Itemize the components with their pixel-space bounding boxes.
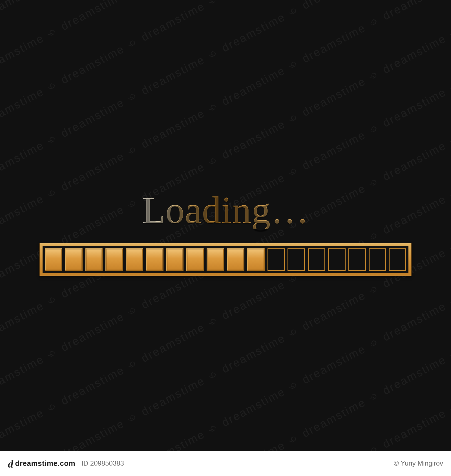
progress-segment-filled <box>105 248 123 271</box>
image-id-label: ID 209850383 <box>81 459 124 467</box>
progress-segment-filled <box>207 248 224 271</box>
watermark-row: ꩜ dreamstime ꩜ dreamstime ꩜ dreamstime ꩜… <box>0 0 451 169</box>
watermark-row: ꩜ dreamstime ꩜ dreamstime ꩜ dreamstime ꩜… <box>0 0 451 330</box>
progress-segment-filled <box>126 248 143 271</box>
progress-segment-empty <box>308 248 325 271</box>
watermark-row: ꩜ dreamstime ꩜ dreamstime ꩜ dreamstime ꩜… <box>0 257 451 476</box>
progress-segment-empty <box>348 248 366 271</box>
loading-card: Loading… <box>39 191 412 276</box>
progress-segment-empty <box>288 248 305 271</box>
progress-segment-empty <box>328 248 346 271</box>
progress-segment-filled <box>45 248 62 271</box>
watermark-row: ꩜ dreamstime ꩜ dreamstime ꩜ dreamstime ꩜… <box>0 0 451 8</box>
progress-bar <box>39 243 412 276</box>
attribution-bar: d dreamstime.com ID 209850383 © Yuriy Mi… <box>0 451 451 476</box>
progress-segment-filled <box>146 248 163 271</box>
loading-label: Loading… <box>142 191 309 229</box>
watermark-row: ꩜ dreamstime ꩜ dreamstime ꩜ dreamstime ꩜… <box>0 0 451 115</box>
progress-segment-filled <box>186 248 204 271</box>
credit-label: © Yuriy Mingirov <box>394 459 443 467</box>
progress-segment-filled <box>85 248 103 271</box>
progress-segment-empty <box>389 248 406 271</box>
progress-segment-filled <box>65 248 83 271</box>
progress-bar-track <box>43 246 408 273</box>
brand-logo: d dreamstime.com <box>8 459 75 468</box>
watermark-row: ꩜ dreamstime ꩜ dreamstime ꩜ dreamstime ꩜… <box>0 97 451 476</box>
watermark-row: ꩜ dreamstime ꩜ dreamstime ꩜ dreamstime ꩜… <box>0 0 451 62</box>
progress-segment-empty <box>267 248 285 271</box>
progress-segment-filled <box>227 248 244 271</box>
progress-segment-filled <box>247 248 265 271</box>
watermark-row: ꩜ dreamstime ꩜ dreamstime ꩜ dreamstime ꩜… <box>0 0 451 223</box>
brand-name: dreamstime.com <box>15 459 76 468</box>
progress-segment-empty <box>369 248 386 271</box>
progress-segment-filled <box>166 248 184 271</box>
